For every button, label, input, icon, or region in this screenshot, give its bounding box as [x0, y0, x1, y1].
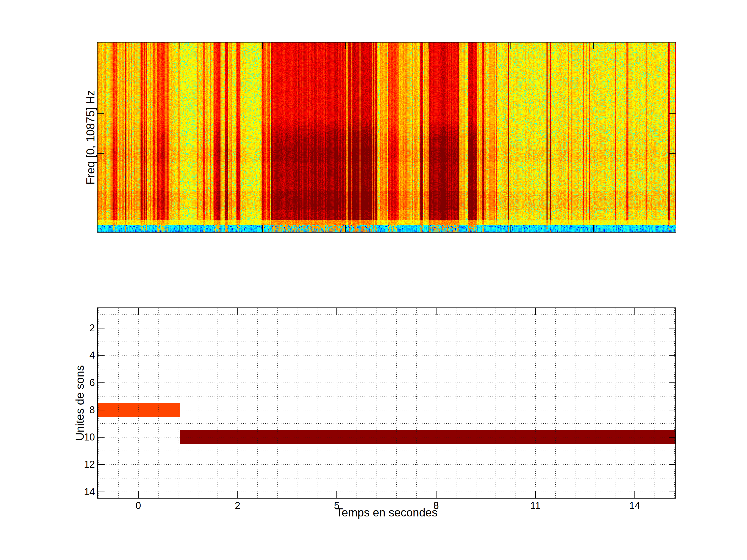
y-tick-label: 4 — [0, 350, 95, 361]
figure-canvas: Freq [0, 10875] Hz 02581114 2468101214 U… — [0, 0, 747, 560]
x-axis-label: Temps en secondes — [336, 506, 437, 519]
x-tick-label: 0 — [135, 500, 141, 511]
spectrogram-axes-overlay — [97, 42, 676, 233]
x-tick-label: 2 — [235, 500, 240, 511]
y-tick-label: 2 — [0, 323, 95, 333]
spectrogram-y-axis-label: Freq [0, 10875] Hz — [84, 90, 97, 185]
spectrogram-plot — [97, 42, 676, 233]
units-y-axis-label: Unites de sons — [73, 365, 86, 441]
y-tick-label: 12 — [0, 459, 95, 470]
x-tick-label: 11 — [530, 500, 540, 511]
x-tick-label: 14 — [629, 500, 640, 511]
units-plot: 02581114 — [97, 308, 676, 499]
units-plot-canvas — [97, 308, 676, 499]
y-tick-label: 14 — [0, 487, 95, 497]
